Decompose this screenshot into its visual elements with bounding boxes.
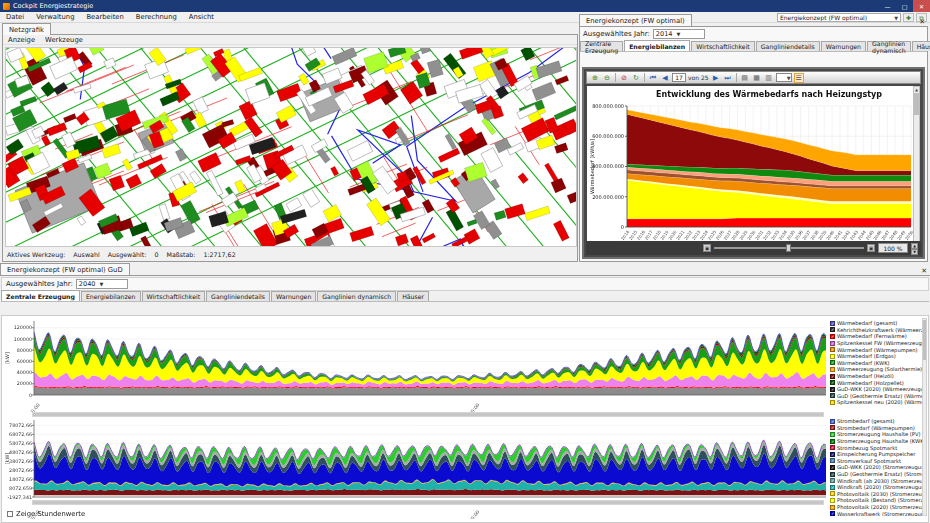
legend-checkbox[interactable]: ✓ — [830, 393, 835, 398]
legend-checkbox[interactable]: ✓ — [830, 419, 835, 424]
detail-vertical-scrollbar[interactable] — [922, 318, 927, 516]
legend-checkbox[interactable]: ✓ — [830, 485, 835, 490]
subtab-zentrale-erzeugung[interactable]: Zentrale Erzeugung — [580, 41, 623, 51]
detail-subtab-zentrale-erzeugung[interactable]: Zentrale Erzeugung — [1, 290, 80, 301]
subtab-gangliniendetails[interactable]: Gangliniendetails — [756, 41, 820, 51]
detail-subtab-ganglinien-dynamisch[interactable]: Ganglinien dynamisch — [317, 291, 396, 301]
menu-verwaltung[interactable]: Verwaltung — [30, 12, 80, 22]
legend-item[interactable]: ✓Windkraft (ab 2030) (Stromerzeugung) — [830, 477, 925, 484]
legend-item[interactable]: ✓Wärmebedarf (Heizöl) — [830, 373, 925, 380]
menu-datei[interactable]: Datei — [0, 12, 30, 22]
legend-item[interactable]: ✓Strombedarf (gesamt) — [830, 418, 925, 425]
detail-subtab-wirtschaftlichkeit[interactable]: Wirtschaftlichkeit — [142, 291, 206, 301]
export-icon[interactable]: ▥ — [764, 73, 774, 83]
tab-concept[interactable]: Energiekonzept (FW optimal) — [579, 14, 692, 26]
next-page-icon[interactable]: ▶ — [711, 73, 721, 83]
year-combobox[interactable]: 2014 ▼ — [653, 29, 705, 39]
legend-checkbox[interactable]: ✓ — [830, 458, 835, 463]
tab-detail-concept[interactable]: Energiekonzept (FW optimal) GuD — [0, 263, 130, 275]
legend-checkbox[interactable]: ✓ — [830, 472, 835, 477]
maximize-button[interactable]: □ — [896, 0, 913, 12]
legend-checkbox[interactable]: ✓ — [830, 360, 835, 365]
legend-item[interactable]: ✓Stromverkauf Spotmarkt — [830, 458, 925, 465]
legend-item[interactable]: ✓Stromerzeugung Haushalte (PV) — [830, 431, 925, 438]
zoom-reset-icon[interactable]: ⊘ — [619, 73, 629, 83]
page-number-field[interactable]: 17 — [672, 73, 686, 82]
legend-checkbox[interactable]: ✓ — [830, 445, 835, 450]
subtab-energiebilanzen[interactable]: Energiebilanzen — [624, 40, 690, 51]
zoom-slider-max-button[interactable]: ▣ — [867, 244, 875, 252]
close-icon[interactable]: ✕ — [916, 18, 928, 26]
detail-subtab-warnungen[interactable]: Warnungen — [271, 291, 316, 301]
legend-item[interactable]: ✓Stromerzeugung Haushalte (KWK) — [830, 438, 925, 445]
legend-item[interactable]: ✓Spitzenkessel FW (Wärmeerzeugung) — [830, 340, 925, 347]
legend-checkbox[interactable]: ✓ — [830, 432, 835, 437]
detail-subtab-gangliniendetails[interactable]: Gangliniendetails — [206, 291, 270, 301]
first-page-icon[interactable]: ⏮ — [648, 73, 658, 83]
zoom-level-field[interactable]: 100 % — [878, 243, 908, 253]
legend-checkbox[interactable]: ✓ — [830, 380, 835, 385]
legend-checkbox[interactable]: ✓ — [830, 367, 835, 372]
map-menu-anzeige[interactable]: Anzeige — [3, 36, 40, 44]
legend-item[interactable]: ✓Wärmebedarf (Holzpellet) — [830, 379, 925, 386]
legend-item[interactable]: ✓Strombedarf (Wärmepumpen) — [830, 425, 925, 432]
legend-checkbox[interactable]: ✓ — [830, 354, 835, 359]
legend-checkbox[interactable]: ✓ — [830, 478, 835, 483]
legend-checkbox[interactable]: ✓ — [830, 439, 835, 444]
close-icon[interactable]: ✕ — [918, 267, 930, 275]
last-page-icon[interactable]: ⏭ — [723, 73, 733, 83]
zoom-slider-min-button[interactable]: ▣ — [703, 244, 711, 252]
legend-item[interactable]: ✓Einspeicherung Pumpspeicher — [830, 451, 925, 458]
legend-checkbox[interactable]: ✓ — [830, 347, 835, 352]
legend-item[interactable]: ✓Photovoltaik (2030) (Stromerzeugung) — [830, 491, 925, 498]
legend-item[interactable]: ✓Wasserkraftwerk (Stromerzeugung) — [830, 510, 925, 516]
legend-item[interactable]: ✓Wärmebedarf (Wärmepumpen) — [830, 346, 925, 353]
legend-checkbox[interactable]: ✓ — [830, 334, 835, 339]
minimize-button[interactable]: — — [879, 0, 896, 12]
legend-checkbox[interactable]: ✓ — [830, 374, 835, 379]
legend-checkbox[interactable]: ✓ — [830, 465, 835, 470]
refresh-icon[interactable]: ↻ — [631, 73, 641, 83]
prev-page-icon[interactable]: ◀ — [660, 73, 670, 83]
legend-checkbox[interactable]: ✓ — [830, 400, 835, 405]
legend-item[interactable]: ✓Photovoltaik (2020) (Stromerzeugung) — [830, 504, 925, 511]
chart-type-combobox[interactable]: ▼ — [776, 73, 792, 82]
legend-item[interactable]: ✓Wärmebedarf (Erdgas) — [830, 353, 925, 360]
legend-item[interactable]: ✓Wärmebedarf (KWK) — [830, 360, 925, 367]
print-icon[interactable]: ▤ — [740, 73, 750, 83]
legend-checkbox[interactable]: ✓ — [830, 491, 835, 496]
detail-year-combobox[interactable]: 2040 ▼ — [76, 279, 128, 289]
subtab-wirtschaftlichkeit[interactable]: Wirtschaftlichkeit — [691, 41, 755, 51]
legend-item[interactable]: ✓Kehrichtheizkraftwerk (Wärmeerzeugung) — [830, 327, 925, 334]
legend-item[interactable]: ✓Wärmebedarf (gesamt) — [830, 320, 925, 327]
subtab-ganglinien-dynamisch[interactable]: Ganglinien dynamisch — [867, 41, 911, 51]
legend-item[interactable]: ✓Windkraft (2020) (Stromerzeugung) — [830, 484, 925, 491]
menu-ansicht[interactable]: Ansicht — [183, 12, 220, 22]
menu-bearbeiten[interactable]: Bearbeiten — [80, 12, 129, 22]
chart-vertical-scrollbar[interactable]: ▲ — [913, 86, 920, 251]
legend-checkbox[interactable]: ✓ — [830, 327, 835, 332]
legend-checkbox[interactable]: ✓ — [830, 321, 835, 326]
tab-netzgrafik[interactable]: Netzgrafik — [2, 23, 51, 35]
legend-item[interactable]: ✓Spitzenkessel neu (2020) (Wärmeerzeugun… — [830, 399, 925, 406]
legend-item[interactable]: ✓Wärmebedarf (Fernwärme) — [830, 333, 925, 340]
zoom-slider-handle[interactable] — [786, 244, 791, 252]
legend-item[interactable]: ✓GuD-WKK (2020) (Wärmeerzeugung) — [830, 386, 925, 393]
legend-checkbox[interactable]: ✓ — [830, 511, 835, 516]
detail-subtab-h-user[interactable]: Häuser — [397, 291, 429, 301]
city-map-canvas[interactable] — [5, 47, 577, 247]
legend-toggle-icon[interactable]: ☰ — [794, 73, 804, 83]
zoom-out-icon[interactable]: ⊖ — [602, 73, 612, 83]
legend-item[interactable]: ✓Wärmeerzeugung (Solarthermie) — [830, 366, 925, 373]
legend-item[interactable]: ✓Photovoltaik (Bestand) (Stromerzeugung) — [830, 497, 925, 504]
close-button[interactable]: ✕ — [913, 0, 930, 12]
subtab-h-user[interactable]: Häuser — [912, 41, 930, 51]
legend-item[interactable]: ✓GuD-WKK (2020) (Stromerzeugung) — [830, 464, 925, 471]
show-hours-checkbox[interactable] — [7, 511, 13, 517]
legend-checkbox[interactable]: ✓ — [830, 387, 835, 392]
subtab-warnungen[interactable]: Warnungen — [821, 41, 866, 51]
zoom-spinner[interactable]: ▲▼ — [911, 243, 918, 253]
legend-item[interactable]: ✓GuD (Geothermie Ersatz) (Wärmeerzeugung… — [830, 393, 925, 400]
legend-item[interactable]: ✓GuD (Geothermie Ersatz) (Stromerzeugung… — [830, 471, 925, 478]
map-menu-werkzeuge[interactable]: Werkzeuge — [40, 36, 88, 44]
